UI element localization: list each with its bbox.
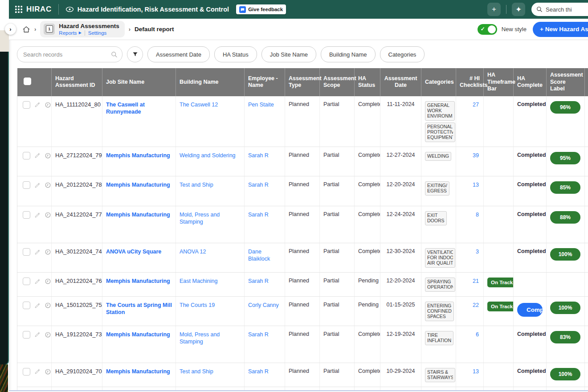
building-link[interactable]: Test and Ship <box>180 182 213 188</box>
filter-pill-assessment-date[interactable]: Assessment Date <box>147 46 210 62</box>
desktop-edge <box>0 0 9 392</box>
complete-button[interactable]: Complet <box>517 303 543 317</box>
edit-pencil-icon[interactable] <box>34 302 41 309</box>
edit-pencil-icon[interactable] <box>34 331 41 338</box>
clock-icon[interactable] <box>45 212 51 218</box>
expand-panel-button[interactable]: › <box>5 24 16 35</box>
job-site-link[interactable]: The Caswell at Runnymeade <box>106 102 145 115</box>
row-checkbox[interactable] <box>23 248 30 256</box>
hi-checklists-link[interactable]: 13 <box>473 368 479 375</box>
col-employee-name[interactable]: Employee - Name <box>245 68 285 96</box>
clock-icon[interactable] <box>45 102 51 108</box>
app-grid-icon[interactable] <box>15 6 22 13</box>
building-link[interactable]: Welding and Soldering <box>180 152 236 159</box>
edit-pencil-icon[interactable] <box>34 368 41 375</box>
col-ha-complete[interactable]: HA Complete <box>514 68 547 96</box>
row-checkbox[interactable] <box>23 278 30 285</box>
job-site-link[interactable]: Memphis Manufacturing <box>106 182 170 188</box>
employee-link[interactable]: Sarah R <box>248 368 269 375</box>
job-site-link[interactable]: Memphis Manufacturing <box>106 212 170 218</box>
col-assessment-date[interactable]: Assessment Date <box>380 68 421 96</box>
report-name[interactable]: Default report <box>135 26 174 33</box>
clock-icon[interactable] <box>45 278 51 285</box>
new-style-toggle[interactable]: ✓ <box>478 24 497 35</box>
clock-icon[interactable] <box>45 368 51 375</box>
col-job-site-name[interactable]: Job Site Name <box>102 68 176 96</box>
building-link[interactable]: The Caswell 12 <box>180 102 218 108</box>
row-checkbox[interactable] <box>23 302 30 309</box>
clock-icon[interactable] <box>45 249 51 255</box>
employee-link[interactable]: Sarah R <box>248 182 269 188</box>
home-icon[interactable] <box>22 25 30 33</box>
building-link[interactable]: East Machining <box>180 278 217 284</box>
employee-link[interactable]: Pen Staite <box>248 102 274 108</box>
filter-pill-building-name[interactable]: Building Name <box>321 46 376 62</box>
edit-pencil-icon[interactable] <box>34 249 41 255</box>
hi-checklists-link[interactable]: 21 <box>473 278 479 284</box>
building-link[interactable]: Mold, Press and Stamping <box>180 212 220 225</box>
building-link[interactable]: Mold, Press and Stamping <box>180 331 220 345</box>
hi-checklists-link[interactable]: 22 <box>473 302 479 308</box>
edit-pencil-icon[interactable] <box>34 152 41 159</box>
hi-checklists-link[interactable]: 27 <box>473 102 479 108</box>
new-hazard-assessment-button[interactable]: + New Hazard As <box>533 22 588 37</box>
job-site-link[interactable]: Memphis Manufacturing <box>106 368 170 375</box>
app-logo[interactable]: HIRAC <box>26 5 52 14</box>
give-feedback-button[interactable]: Give feedback <box>236 4 286 14</box>
row-checkbox[interactable] <box>23 101 30 109</box>
sparkle-ai-icon[interactable]: ✦ <box>512 3 525 16</box>
clock-icon[interactable] <box>45 302 51 309</box>
clock-icon[interactable] <box>45 331 51 338</box>
row-checkbox[interactable] <box>23 368 30 376</box>
job-site-link[interactable]: Memphis Manufacturing <box>106 278 170 284</box>
row-checkbox[interactable] <box>23 211 30 219</box>
col-assessment-scope[interactable]: Assessment Scope <box>320 68 355 96</box>
hi-checklists-link[interactable]: 6 <box>476 331 479 338</box>
global-search-input[interactable]: Search thi <box>531 3 588 16</box>
employee-link[interactable]: Dane Blaiklock <box>248 249 270 262</box>
job-site-link[interactable]: Memphis Manufacturing <box>106 152 170 159</box>
job-site-link[interactable]: The Courts at Spring Mill Station <box>106 302 172 315</box>
col-categories[interactable]: Categories <box>421 68 456 96</box>
filter-funnel-button[interactable] <box>127 46 143 62</box>
col-hi-checklists[interactable]: # HI Checklists <box>456 68 484 96</box>
col-ha-status[interactable]: HA Status <box>355 68 380 96</box>
search-records-input[interactable]: Search records <box>17 46 122 62</box>
reports-link[interactable]: Reports <box>59 30 77 36</box>
hi-checklists-link[interactable]: 3 <box>476 249 479 255</box>
col-building-name[interactable]: Building Name <box>176 68 245 96</box>
col-ha-timeframe-bar[interactable]: HA Timeframe Bar <box>484 68 514 96</box>
col-hazard-assessment-id[interactable]: Hazard Assessment ID <box>52 68 102 96</box>
settings-link[interactable]: Settings <box>88 30 107 36</box>
edit-pencil-icon[interactable] <box>34 278 41 285</box>
hi-checklists-link[interactable]: 13 <box>473 182 479 188</box>
edit-pencil-icon[interactable] <box>34 182 41 188</box>
clock-icon[interactable] <box>45 152 51 159</box>
building-link[interactable]: Test and Ship <box>180 368 213 375</box>
building-link[interactable]: ANOVA 12 <box>180 249 206 255</box>
job-site-link[interactable]: Memphis Manufacturing <box>106 331 170 338</box>
employee-link[interactable]: Sarah R <box>248 278 269 284</box>
clock-icon[interactable] <box>45 182 51 188</box>
edit-pencil-icon[interactable] <box>34 102 41 108</box>
edit-pencil-icon[interactable] <box>34 212 41 218</box>
employee-link[interactable]: Sarah R <box>248 152 269 159</box>
filter-pill-categories[interactable]: Categories <box>380 46 425 62</box>
building-link[interactable]: The Courts 19 <box>180 302 215 308</box>
employee-link[interactable]: Sarah R <box>248 212 269 218</box>
hi-checklists-link[interactable]: 39 <box>473 152 479 159</box>
select-all-checkbox[interactable] <box>24 78 31 85</box>
filter-pill-ha-status[interactable]: HA Status <box>214 46 257 62</box>
employee-link[interactable]: Corly Canny <box>248 302 279 308</box>
row-checkbox[interactable] <box>23 181 30 189</box>
col-assessment-type[interactable]: Assessment Type <box>285 68 320 96</box>
employee-link[interactable]: Sarah R <box>248 331 269 338</box>
add-button[interactable]: + <box>487 3 501 16</box>
row-checkbox[interactable] <box>23 152 30 159</box>
col-clipped[interactable]: W <box>585 68 588 96</box>
hi-checklists-link[interactable]: 8 <box>476 212 479 218</box>
row-checkbox[interactable] <box>23 331 30 339</box>
col-assessment-score-label[interactable]: Assessment Score Label <box>547 68 585 96</box>
filter-pill-job-site-name[interactable]: Job Site Name <box>261 46 316 62</box>
job-site-link[interactable]: ANOVA uCity Square <box>106 249 161 255</box>
